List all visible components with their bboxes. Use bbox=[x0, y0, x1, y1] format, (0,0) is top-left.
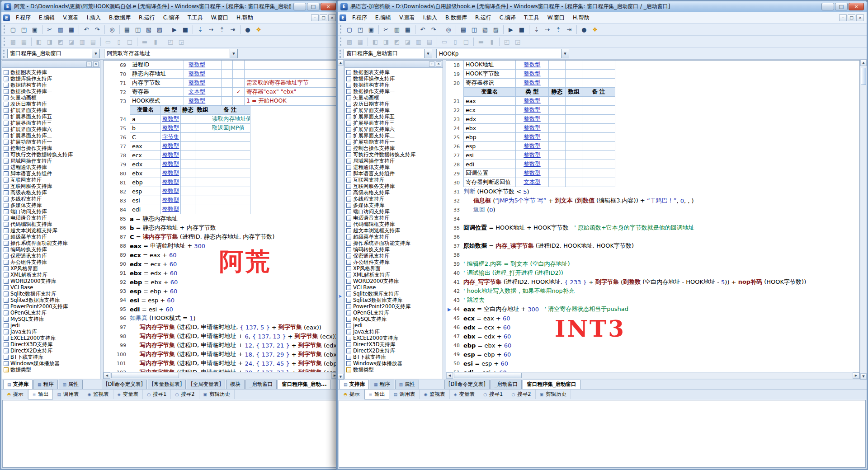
tree-item[interactable]: 局域网操作支持库 bbox=[4, 158, 100, 164]
tree-item[interactable]: DirectX3D支持库 bbox=[346, 341, 443, 348]
tree-item[interactable]: EXCEL2000支持库 bbox=[346, 335, 443, 341]
table-cell[interactable] bbox=[210, 88, 222, 97]
table-cell[interactable]: 文本型 bbox=[184, 88, 210, 97]
tree-item[interactable]: BT下载支持库 bbox=[4, 354, 100, 360]
table-cell[interactable] bbox=[566, 133, 582, 142]
code-line[interactable]: 35回调位置 = HOOK地址 + HOOK字节数 ' 原始函数+它本身的字节数… bbox=[446, 223, 859, 232]
scrollbar-track[interactable]: ➤ bbox=[338, 66, 344, 374]
tree-item[interactable]: 超级菜单支持库 bbox=[346, 234, 443, 240]
minimize-button[interactable]: – bbox=[821, 3, 834, 10]
tree-item[interactable]: 编码转换支持库 bbox=[346, 246, 443, 253]
table-cell[interactable] bbox=[549, 97, 566, 106]
scroll-left-icon[interactable]: ◀ bbox=[446, 372, 453, 379]
editor-tab[interactable]: _启动窗口 bbox=[245, 380, 277, 389]
editor-tab[interactable]: [Dll命令定义表] bbox=[444, 380, 490, 389]
tree-item[interactable]: Sqlite3数据库支持库 bbox=[346, 297, 443, 303]
output-panel[interactable] bbox=[339, 400, 866, 468]
tree-item[interactable]: 多线程支持库 bbox=[346, 196, 443, 202]
table-row[interactable]: 23edx整数型 bbox=[446, 115, 859, 124]
menu-item[interactable]: F.程序 bbox=[12, 12, 35, 24]
table-cell[interactable] bbox=[195, 205, 210, 214]
table-row[interactable]: 79edx整数型 bbox=[104, 160, 338, 169]
tree-item[interactable]: 可执行文件数据转换支持库 bbox=[346, 151, 443, 158]
save-icon[interactable]: ▣ bbox=[366, 24, 377, 34]
table-cell[interactable]: ebx bbox=[463, 124, 516, 133]
menu-item[interactable]: W.窗口 bbox=[207, 12, 232, 24]
table-row[interactable]: 30寄存器判断返回值文本型 bbox=[446, 178, 859, 187]
tree-item[interactable]: 数据结构支持库 bbox=[346, 82, 443, 88]
status-tab-搜寻1[interactable]: ○搜寻1 bbox=[143, 390, 171, 399]
tree-item[interactable]: 矢量动画框 bbox=[346, 94, 443, 101]
copy-icon[interactable]: ▥ bbox=[392, 24, 402, 34]
tree-item[interactable]: 扩展界面支持库三 bbox=[346, 120, 443, 126]
table-cell[interactable] bbox=[549, 178, 566, 187]
table-cell[interactable]: HOOK字节数 bbox=[463, 70, 516, 79]
chevron-down-icon[interactable]: ▼ bbox=[92, 49, 99, 58]
table-cell[interactable] bbox=[549, 115, 566, 124]
tree-item[interactable]: 电话语音支持库 bbox=[346, 215, 443, 221]
status-tab-提示[interactable]: ◓提示 bbox=[3, 390, 28, 399]
table-cell[interactable] bbox=[181, 187, 195, 196]
code-line[interactable]: 100写内存字节集 (进程ID, 申请临时地址 + 18, { 137, 29 … bbox=[104, 350, 338, 359]
table-cell[interactable] bbox=[195, 133, 210, 142]
table-row[interactable]: 变量名类 型静态数组备 注 bbox=[446, 88, 859, 97]
editor-tab[interactable]: _启动窗口 bbox=[491, 380, 522, 389]
table-row[interactable]: 81ebp整数型 bbox=[104, 178, 338, 187]
table-cell[interactable] bbox=[210, 61, 222, 70]
table-cell[interactable]: b bbox=[130, 124, 161, 133]
table-cell[interactable]: eax bbox=[130, 142, 161, 151]
subroutine-combobox[interactable]: HOOKp ▼ bbox=[436, 49, 569, 58]
menu-item[interactable]: H.帮助 bbox=[232, 12, 257, 24]
code-line[interactable]: 87C = 读内存字节集 (进程ID, 静态内存地址, 内存字节数) bbox=[104, 232, 338, 241]
run-to-cursor-icon[interactable]: ⇥ bbox=[227, 24, 238, 34]
undo-icon[interactable]: ↶ bbox=[81, 24, 92, 34]
table-cell[interactable] bbox=[549, 70, 566, 79]
table-header-cell[interactable]: 备 注 bbox=[210, 106, 250, 115]
table-header-cell[interactable]: 类 型 bbox=[161, 106, 181, 115]
tree-item[interactable]: 操作系统界面功能支持库 bbox=[346, 240, 443, 246]
table-cell[interactable]: esp bbox=[130, 187, 161, 196]
code-line[interactable]: 33返回 (0) bbox=[446, 205, 859, 214]
table-cell[interactable] bbox=[181, 178, 195, 187]
table-row[interactable]: 26esp整数型 bbox=[446, 142, 859, 151]
tree-item[interactable]: 代码编辑框支持库 bbox=[346, 221, 443, 227]
chevron-down-icon[interactable]: ▼ bbox=[424, 49, 432, 58]
scroll-down-icon[interactable]: ▼ bbox=[338, 374, 344, 380]
tree-item[interactable]: XML解析支持库 bbox=[4, 272, 100, 278]
table-cell[interactable] bbox=[195, 142, 210, 151]
tree-item[interactable]: 扩展功能支持库一 bbox=[346, 139, 443, 145]
tree-item[interactable]: BT下载支持库 bbox=[346, 354, 443, 360]
menu-item[interactable]: T.工具 bbox=[520, 12, 543, 24]
panel-tab-支持库[interactable]: ▤支持库 bbox=[340, 380, 369, 389]
table-cell[interactable] bbox=[549, 61, 566, 70]
tree-item[interactable]: 互联网支持库 bbox=[4, 177, 100, 183]
find-icon[interactable]: ◎ bbox=[443, 24, 454, 34]
status-tab-搜寻2[interactable]: ○搜寻2 bbox=[171, 390, 199, 399]
table-cell[interactable] bbox=[582, 142, 615, 151]
table-cell[interactable] bbox=[181, 142, 195, 151]
tree-item[interactable]: 互联网支持库 bbox=[346, 177, 443, 183]
mdi-restore-button[interactable]: □ bbox=[848, 14, 855, 21]
dock-icon[interactable]: ◦ bbox=[429, 61, 434, 67]
toolbar-grip[interactable] bbox=[340, 38, 341, 46]
scrollbar-track[interactable] bbox=[860, 66, 867, 373]
table-cell[interactable] bbox=[210, 142, 250, 151]
code-line[interactable]: 44▶eax = 空白内存地址 + 300 ' 清空寄存器状态相当于pushad bbox=[446, 305, 859, 314]
mdi-close-button[interactable]: × bbox=[856, 14, 864, 21]
table-cell[interactable]: 整数型 bbox=[516, 70, 549, 79]
table-cell[interactable]: 整数型 bbox=[161, 160, 181, 169]
scroll-left-icon[interactable]: ◀ bbox=[104, 372, 110, 379]
table-cell[interactable]: ecx bbox=[130, 151, 161, 160]
titlebar[interactable]: E 阿荒 - D:\Downloads\更新\阿荒HOOK源码自创.e [无编译… bbox=[1, 1, 339, 12]
code-line[interactable]: 98写内存字节集 (进程ID, 申请临时地址 + 6, { 137, 13 } … bbox=[104, 332, 338, 341]
table-cell[interactable] bbox=[181, 169, 195, 178]
assembly-combobox[interactable]: 窗口程序集_启动窗口 ▼ bbox=[7, 49, 100, 58]
table-cell[interactable]: HOOK模式 bbox=[130, 97, 184, 106]
table-cell[interactable] bbox=[549, 142, 566, 151]
table-cell[interactable] bbox=[549, 106, 566, 115]
code-line[interactable]: 96如果真 (HOOK模式 = 1) bbox=[104, 314, 338, 323]
maximize-button[interactable]: □ bbox=[307, 3, 320, 10]
tree-item[interactable]: Java支持库 bbox=[346, 329, 443, 335]
tree-item[interactable]: 局域网操作支持库 bbox=[346, 158, 443, 164]
menu-item[interactable]: V.查看 bbox=[395, 12, 419, 24]
